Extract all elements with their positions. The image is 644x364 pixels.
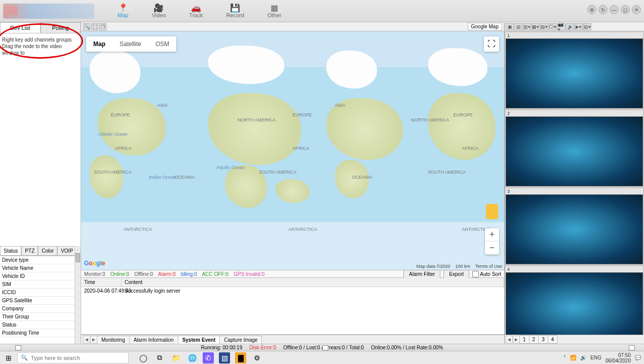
map-provider-label[interactable]: Google Map bbox=[468, 23, 502, 30]
tab-color[interactable]: Color bbox=[38, 246, 57, 256]
autosort-checkbox[interactable]: Auto Sort bbox=[472, 271, 501, 277]
prop-row: Their Group bbox=[0, 313, 81, 321]
layout-icon[interactable]: ▤ bbox=[514, 23, 522, 30]
map-label: SOUTH AMERICA bbox=[428, 170, 466, 175]
nav-track[interactable]: 🚗Track bbox=[186, 3, 206, 19]
layout2-icon[interactable]: ▥▾ bbox=[523, 23, 531, 30]
tab-capture-image[interactable]: Capture Image bbox=[219, 336, 262, 344]
map-mode-map[interactable]: Map bbox=[86, 36, 112, 52]
search-input[interactable] bbox=[31, 355, 125, 361]
vpage-4[interactable]: 4 bbox=[548, 335, 558, 344]
play-icon[interactable]: ▶▾ bbox=[575, 23, 583, 30]
map-mode-osm[interactable]: OSM bbox=[148, 36, 176, 52]
taskbar-clock[interactable]: 07:50 06/04/2020 bbox=[605, 352, 631, 363]
explorer-icon[interactable]: 📁 bbox=[170, 352, 181, 363]
tabs-next[interactable]: ► bbox=[90, 336, 97, 343]
nav-record[interactable]: 💾Record bbox=[223, 3, 247, 19]
stop-all-icon[interactable]: ▣ bbox=[506, 23, 514, 30]
window-icon[interactable]: ❐ bbox=[99, 23, 106, 30]
settings-button[interactable]: ⊕ bbox=[587, 5, 596, 14]
taskview-icon[interactable]: ⧉ bbox=[154, 352, 165, 363]
map-mode-satellite[interactable]: Satellite bbox=[112, 36, 148, 52]
lang-indicator[interactable]: ENG bbox=[590, 355, 601, 360]
tabs-prev[interactable]: ◄ bbox=[83, 336, 90, 343]
sublime-icon[interactable]: ▇ bbox=[235, 352, 246, 363]
video-slot[interactable]: 2 bbox=[506, 110, 643, 186]
app2-icon[interactable]: ⚙ bbox=[251, 352, 262, 363]
cortana-icon[interactable]: ◯ bbox=[138, 352, 149, 363]
autosort-input[interactable] bbox=[472, 271, 479, 277]
gpsinvalid-count: GPS Invalid:0 bbox=[234, 271, 264, 277]
tab-monitoring[interactable]: Monitoring bbox=[97, 336, 130, 344]
zoom-out-button[interactable]: − bbox=[485, 241, 499, 255]
grid-icon: ▦ bbox=[271, 4, 278, 12]
export-button[interactable]: Export bbox=[443, 270, 469, 278]
vpage-3[interactable]: 3 bbox=[538, 335, 548, 344]
nav-video[interactable]: 🎥Video bbox=[148, 3, 169, 19]
taskbar-search[interactable]: 🔍 bbox=[17, 352, 129, 363]
search-icon[interactable]: 🔍 bbox=[83, 23, 90, 30]
car-icon: 🚗 bbox=[191, 4, 201, 12]
terms-link[interactable]: Terms of Use bbox=[475, 264, 502, 269]
sound-icon[interactable]: 🔊 bbox=[566, 23, 574, 30]
vpager-next[interactable]: ► bbox=[513, 336, 520, 343]
scrollbar[interactable] bbox=[74, 246, 81, 344]
tab-alarm-info[interactable]: Alarm Information bbox=[129, 336, 178, 344]
expand-icon[interactable]: ⛶ bbox=[91, 23, 98, 30]
dock-left-icon[interactable] bbox=[15, 345, 21, 350]
video-grid: 1 2 3 4 bbox=[505, 31, 644, 335]
alarm-filter-button[interactable]: Alarm Filter bbox=[403, 270, 440, 278]
video-placeholder[interactable] bbox=[506, 194, 643, 264]
event-body[interactable]: 2020-04-06 07:49:43 Successfully login s… bbox=[81, 287, 504, 334]
vpager-prev[interactable]: ◄ bbox=[506, 336, 513, 343]
grid-icon[interactable]: ▤▾ bbox=[583, 23, 591, 30]
video-slot[interactable]: 1 bbox=[506, 32, 643, 108]
map-canvas[interactable]: EUROPE ASIA NORTH AMERICA AFRICA SOUTH A… bbox=[81, 31, 504, 270]
video-placeholder[interactable] bbox=[506, 116, 643, 186]
tab-ptz[interactable]: PTZ bbox=[21, 246, 38, 256]
video-placeholder[interactable] bbox=[506, 38, 643, 108]
close-button[interactable]: ✕ bbox=[632, 5, 641, 14]
scroll-thumb[interactable] bbox=[75, 253, 80, 262]
event-content: Successfully login server bbox=[122, 287, 183, 295]
map-area[interactable]: EUROPE ASIA NORTH AMERICA AFRICA SOUTH A… bbox=[81, 31, 504, 270]
network-icon[interactable]: 📶 bbox=[570, 355, 576, 360]
tab-voip[interactable]: VOIP bbox=[57, 246, 77, 256]
video-slot[interactable]: 3 bbox=[506, 188, 643, 264]
tray-chevron-icon[interactable]: ˄ bbox=[563, 355, 566, 360]
zoom-in-button[interactable]: + bbox=[485, 228, 499, 241]
app1-icon[interactable]: ▧ bbox=[219, 352, 230, 363]
notifications-icon[interactable]: 💬 bbox=[635, 355, 641, 360]
vpage-1[interactable]: 1 bbox=[519, 335, 529, 344]
viber-icon[interactable]: ✆ bbox=[203, 352, 214, 363]
fullscreen-button[interactable]: ⛶ bbox=[484, 36, 499, 52]
dock-mid-icon[interactable] bbox=[322, 345, 328, 350]
layout3-icon[interactable]: ▦▾ bbox=[532, 23, 540, 30]
snapshot-icon[interactable]: 📷▾ bbox=[557, 23, 565, 30]
display-icon[interactable]: 🖵▾ bbox=[549, 23, 557, 30]
tab-dev-list[interactable]: Dev List bbox=[0, 22, 41, 33]
map-label: EUROPE bbox=[110, 112, 130, 117]
nav-other[interactable]: ▦Other bbox=[264, 3, 285, 19]
maximize-button[interactable]: ◻ bbox=[621, 5, 630, 14]
chrome-icon[interactable]: 🌐 bbox=[186, 352, 198, 363]
nav-map[interactable]: 📍Map bbox=[115, 3, 131, 19]
online-count: Online:0 bbox=[110, 271, 129, 277]
start-button[interactable]: ⊞ bbox=[0, 351, 17, 365]
dock-right-icon[interactable] bbox=[629, 345, 635, 350]
pegman-icon[interactable] bbox=[486, 204, 498, 219]
zoom-control: + − bbox=[485, 228, 499, 255]
layout4-icon[interactable]: ▧▾ bbox=[540, 23, 548, 30]
refresh-button[interactable]: ↻ bbox=[598, 5, 608, 14]
tab-status[interactable]: Status bbox=[0, 246, 21, 256]
volume-icon[interactable]: 🔊 bbox=[580, 355, 586, 360]
video-placeholder[interactable] bbox=[506, 272, 643, 335]
tab-system-event[interactable]: System Event bbox=[178, 336, 220, 344]
top-nav: 📍Map 🎥Video 🚗Track 💾Record ▦Other bbox=[115, 3, 284, 19]
vpage-2[interactable]: 2 bbox=[529, 335, 539, 344]
event-row[interactable]: 2020-04-06 07:49:43 Successfully login s… bbox=[81, 287, 504, 295]
tab-polling[interactable]: Polling bbox=[41, 22, 81, 33]
device-tree[interactable]: Right key add channels groups Drag the n… bbox=[0, 33, 81, 246]
minimize-button[interactable]: — bbox=[610, 5, 619, 14]
video-slot[interactable]: 4 bbox=[506, 266, 643, 335]
